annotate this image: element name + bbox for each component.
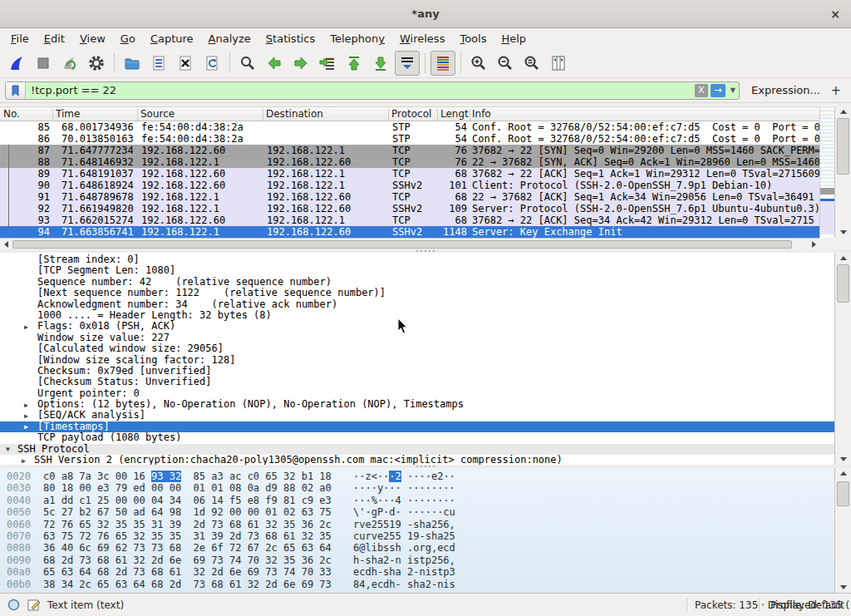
hex-row[interactable]: 009068 2d 73 68 61 32 2d 6e 69 73 74 70 … — [0, 554, 834, 566]
find-packet-button[interactable] — [235, 51, 260, 76]
menu-telephony[interactable]: Telephony — [322, 30, 392, 47]
status-profile[interactable]: Profile: Default — [770, 599, 844, 611]
detail-line[interactable]: ▶[SEQ/ACK analysis] — [0, 410, 834, 421]
detail-line[interactable]: ▶[Timestamps] — [0, 421, 834, 432]
detail-line[interactable]: [TCP Segment Len: 1080] — [0, 265, 834, 276]
resize-columns-button[interactable] — [546, 51, 571, 76]
collapsed-arrow-icon[interactable]: ▶ — [24, 411, 28, 421]
go-first-button[interactable] — [342, 51, 366, 76]
go-forward-button[interactable] — [288, 51, 313, 76]
column-header-protocol[interactable]: Protocol — [391, 108, 431, 120]
zoom-in-button[interactable] — [466, 51, 491, 76]
hex-row[interactable]: 008036 40 6c 69 62 73 73 68 2e 6f 72 67 … — [0, 542, 834, 554]
menu-wireless[interactable]: Wireless — [392, 30, 452, 47]
packet-row[interactable]: 8971.648191037192.168.122.60192.168.122.… — [0, 168, 819, 180]
hex-row[interactable]: 007063 75 72 76 65 32 35 35 31 39 2d 73 … — [0, 530, 834, 542]
menu-go[interactable]: Go — [113, 30, 143, 47]
detail-line[interactable]: ▼SSH Protocol — [0, 444, 834, 455]
hex-row[interactable]: 00505c 27 b2 67 50 ad 64 98 1d 92 00 00 … — [0, 506, 834, 518]
detail-line[interactable]: Sequence number: 42 (relative sequence n… — [0, 277, 834, 288]
filter-bookmark-button[interactable] — [6, 82, 26, 99]
collapsed-arrow-icon[interactable]: ▶ — [24, 400, 28, 411]
detail-line[interactable]: [Window size scaling factor: 128] — [0, 355, 834, 366]
add-filter-button[interactable]: + — [827, 83, 844, 98]
collapsed-arrow-icon[interactable]: ▶ — [22, 456, 26, 465]
menu-view[interactable]: View — [72, 30, 113, 47]
expert-info-icon[interactable] — [7, 598, 21, 612]
expanded-arrow-icon[interactable]: ▼ — [6, 444, 10, 455]
menu-edit[interactable]: Edit — [37, 30, 72, 47]
filter-dropdown-caret[interactable]: ▼ — [727, 86, 739, 94]
column-header-destination[interactable]: Destination — [266, 108, 323, 120]
hex-row[interactable]: 003080 18 00 e3 79 ed 00 00 01 01 08 0a … — [0, 482, 834, 494]
menu-file[interactable]: File — [3, 30, 37, 47]
packet-list-vscrollbar[interactable] — [834, 106, 851, 238]
capture-options-button[interactable] — [84, 51, 109, 76]
detail-line[interactable]: ▶SSH Version 2 (encryption:chacha20-poly… — [0, 455, 834, 465]
column-divider[interactable] — [137, 109, 138, 121]
go-to-packet-button[interactable] — [315, 51, 340, 76]
column-header-length[interactable]: Length — [440, 108, 469, 120]
scroll-down-arrow[interactable] — [835, 582, 851, 593]
collapsed-arrow-icon[interactable]: ▶ — [24, 421, 28, 432]
hex-row[interactable]: 0040a1 dd c1 25 00 00 04 34 06 14 f5 e8 … — [0, 495, 834, 506]
hex-row[interactable]: 006072 76 65 32 35 35 31 39 2d 73 68 61 … — [0, 519, 834, 530]
bytes-vscrollbar[interactable] — [834, 468, 851, 593]
detail-line[interactable]: [Checksum Status: Unverified] — [0, 377, 834, 387]
zoom-reset-button[interactable] — [519, 51, 544, 76]
scroll-thumb[interactable] — [837, 481, 849, 506]
scroll-up-arrow[interactable] — [835, 253, 851, 264]
detail-line[interactable]: Checksum: 0x79ed [unverified] — [0, 366, 834, 377]
detail-line[interactable]: ▶Options: (12 bytes), No-Operation (NOP)… — [0, 399, 834, 410]
packet-row[interactable]: 9271.661949820192.168.122.1192.168.122.6… — [0, 203, 819, 214]
detail-line[interactable]: 1000 .... = Header Length: 32 bytes (8) — [0, 310, 834, 321]
filter-clear-button[interactable]: X — [695, 84, 708, 97]
scroll-left-arrow[interactable] — [0, 239, 12, 249]
restart-capture-button[interactable] — [57, 51, 82, 76]
details-vscrollbar[interactable] — [834, 253, 851, 465]
packet-row[interactable]: 9471.663856741192.168.122.1192.168.122.6… — [0, 226, 819, 238]
menu-capture[interactable]: Capture — [143, 30, 201, 47]
column-divider[interactable] — [437, 109, 438, 121]
stop-capture-button[interactable] — [31, 51, 56, 76]
close-file-button[interactable] — [173, 51, 198, 76]
column-header-info[interactable]: Info — [472, 108, 491, 120]
packet-row[interactable]: 9071.648618924192.168.122.60192.168.122.… — [0, 180, 819, 191]
column-divider[interactable] — [52, 109, 53, 121]
hex-row[interactable]: 0020c0 a8 7a 3c 00 16 93 32 85 a3 ac c0 … — [0, 471, 834, 482]
packet-row[interactable]: 8771.647777234192.168.122.60192.168.122.… — [0, 145, 819, 156]
detail-line[interactable]: [Next sequence number: 1122 (relative se… — [0, 288, 834, 298]
packet-row[interactable]: 9171.648789678192.168.122.1192.168.122.6… — [0, 191, 819, 203]
hex-row[interactable]: 00a065 63 64 68 2d 73 68 61 32 2d 6e 69 … — [0, 566, 834, 578]
packet-row[interactable]: 8670.013850163fe:54:00:d4:38:2aSTP54Conf… — [0, 133, 819, 145]
detail-line[interactable]: [Stream index: 0] — [0, 254, 834, 265]
column-header-source[interactable]: Source — [140, 108, 175, 120]
detail-line[interactable]: Window size value: 227 — [0, 333, 834, 343]
column-header-time[interactable]: Time — [56, 108, 80, 120]
scroll-down-arrow[interactable] — [835, 454, 851, 465]
column-header-no[interactable]: No. — [3, 108, 20, 120]
detail-line[interactable]: Acknowledgment number: 34 (relative ack … — [0, 299, 834, 310]
packet-row[interactable]: 8568.001734936fe:54:00:d4:38:2aSTP54Conf… — [0, 121, 819, 133]
detail-line[interactable]: [Calculated window size: 29056] — [0, 343, 834, 354]
capture-comment-icon[interactable] — [27, 599, 41, 612]
detail-line[interactable]: TCP payload (1080 bytes) — [0, 432, 834, 443]
colorize-button[interactable] — [430, 51, 455, 76]
menu-help[interactable]: Help — [494, 30, 534, 47]
scroll-thumb[interactable] — [837, 118, 849, 175]
scroll-up-arrow[interactable] — [835, 468, 851, 479]
packet-list-hscrollbar[interactable] — [0, 238, 819, 249]
close-window-button[interactable]: × — [828, 7, 843, 22]
save-file-button[interactable] — [146, 51, 171, 76]
menu-statistics[interactable]: Statistics — [258, 30, 322, 47]
collapsed-arrow-icon[interactable]: ▶ — [24, 322, 28, 333]
reload-file-button[interactable] — [199, 51, 224, 76]
display-filter-input[interactable] — [26, 82, 695, 99]
expression-button[interactable]: Expression... — [751, 84, 820, 96]
hex-row[interactable]: 00b038 34 2c 65 63 64 68 2d 73 68 61 32 … — [0, 579, 834, 590]
scroll-up-arrow[interactable] — [835, 106, 851, 117]
column-divider[interactable] — [388, 109, 389, 121]
detail-line[interactable]: ▶Flags: 0x018 (PSH, ACK) — [0, 321, 834, 332]
packet-row[interactable]: 8871.648146932192.168.122.1192.168.122.6… — [0, 156, 819, 168]
menu-analyze[interactable]: Analyze — [201, 30, 258, 47]
